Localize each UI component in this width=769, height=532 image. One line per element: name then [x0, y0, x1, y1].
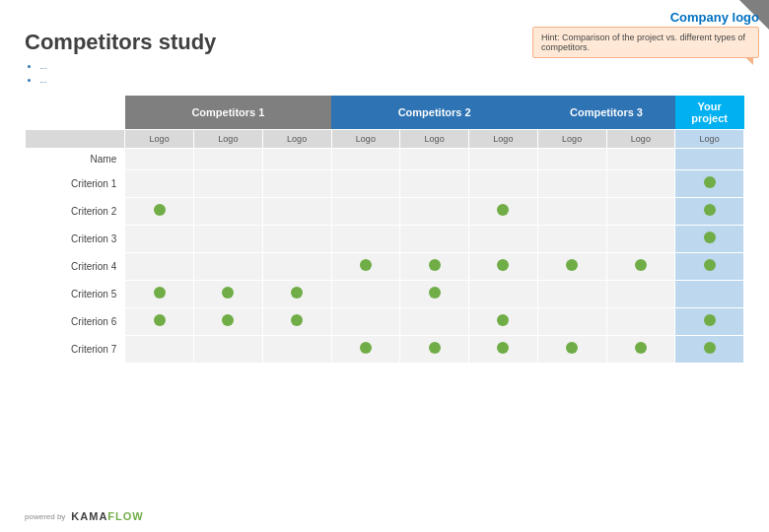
cell-r0-c3 — [331, 148, 400, 169]
dot-indicator — [635, 342, 647, 354]
table-row: Criterion 5 — [26, 280, 744, 307]
cell-r3-c5 — [469, 225, 538, 252]
cell-r1-c5 — [469, 169, 538, 197]
bullet-1: ... — [39, 59, 744, 73]
dot-indicator — [704, 314, 716, 326]
criterion-label-4: Criterion 4 — [26, 252, 125, 280]
cell-r2-c6 — [537, 197, 606, 225]
group-header-row: Competitors 1 Competitors 2 Competitors … — [26, 96, 744, 130]
cell-r2-c2 — [262, 197, 331, 225]
group-your-project: Your project — [675, 96, 744, 130]
criterion-label-1: Criterion 1 — [26, 169, 125, 197]
logo-label-empty — [26, 129, 125, 148]
cell-r2-c0 — [125, 197, 194, 225]
cell-r1-c2 — [262, 169, 331, 197]
cell-r0-c4 — [400, 148, 469, 169]
dot-indicator — [497, 342, 509, 354]
logo-c3-1: Logo — [537, 129, 606, 148]
cell-r7-c4 — [400, 335, 469, 363]
cell-r2-c3 — [331, 197, 400, 225]
logo-your: Logo — [675, 129, 744, 148]
cell-r4-c1 — [194, 252, 263, 280]
cell-r0-c7 — [606, 148, 675, 169]
cell-r6-c5 — [469, 307, 538, 335]
empty-header — [26, 96, 125, 130]
cell-r0-c6 — [537, 148, 606, 169]
bullet-list: ... ... — [39, 59, 744, 88]
cell-r2-c8 — [675, 197, 744, 225]
cell-r6-c4 — [400, 307, 469, 335]
dot-indicator — [497, 259, 509, 271]
cell-r6-c3 — [331, 307, 400, 335]
cell-r2-c7 — [606, 197, 675, 225]
logo-c2-3: Logo — [469, 129, 538, 148]
cell-r1-c7 — [606, 169, 675, 197]
logo-c1-1: Logo — [125, 129, 194, 148]
cell-r7-c0 — [125, 335, 194, 363]
cell-r3-c2 — [262, 225, 331, 252]
dot-indicator — [154, 204, 166, 216]
group-competitors2: Competitors 2 — [331, 96, 537, 130]
cell-r4-c5 — [469, 252, 538, 280]
table-row: Criterion 1 — [26, 169, 744, 197]
dot-indicator — [429, 342, 441, 354]
cell-r3-c7 — [606, 225, 675, 252]
cell-r0-c5 — [469, 148, 538, 169]
cell-r5-c8 — [675, 280, 744, 307]
cell-r6-c8 — [675, 307, 744, 335]
cell-r3-c0 — [125, 225, 194, 252]
criterion-label-5: Criterion 5 — [26, 280, 125, 307]
dot-indicator — [429, 287, 441, 299]
table-row: Criterion 2 — [26, 197, 744, 225]
logo-c2-2: Logo — [400, 129, 469, 148]
dot-indicator — [566, 259, 578, 271]
table-row: Name — [26, 148, 744, 169]
cell-r4-c4 — [400, 252, 469, 280]
cell-r4-c3 — [331, 252, 400, 280]
cell-r5-c2 — [262, 280, 331, 307]
cell-r1-c4 — [400, 169, 469, 197]
dot-indicator — [497, 204, 509, 216]
cell-r3-c1 — [194, 225, 263, 252]
cell-r5-c3 — [331, 280, 400, 307]
dot-indicator — [154, 314, 166, 326]
cell-r7-c6 — [537, 335, 606, 363]
cell-r5-c7 — [606, 280, 675, 307]
cell-r5-c5 — [469, 280, 538, 307]
cell-r0-c0 — [125, 148, 194, 169]
cell-r1-c0 — [125, 169, 194, 197]
cell-r2-c4 — [400, 197, 469, 225]
cell-r1-c1 — [194, 169, 263, 197]
dot-indicator — [291, 314, 303, 326]
kamaflow-logo: KAMAFLOW — [71, 510, 143, 522]
table-row: Criterion 3 — [26, 225, 744, 252]
cell-r4-c6 — [537, 252, 606, 280]
criterion-label-3: Criterion 3 — [26, 225, 125, 252]
criterion-label-0: Name — [26, 148, 125, 169]
cell-r6-c6 — [537, 307, 606, 335]
cell-r2-c1 — [194, 197, 263, 225]
cell-r1-c6 — [537, 169, 606, 197]
cell-r7-c5 — [469, 335, 538, 363]
dot-indicator — [291, 287, 303, 299]
criterion-label-6: Criterion 6 — [26, 307, 125, 335]
comparison-table: Competitors 1 Competitors 2 Competitors … — [25, 96, 744, 364]
cell-r5-c4 — [400, 280, 469, 307]
cell-r4-c2 — [262, 252, 331, 280]
dot-indicator — [704, 204, 716, 216]
cell-r6-c1 — [194, 307, 263, 335]
logo-c3-2: Logo — [606, 129, 675, 148]
page: Company logo Hint: Comparison of the pro… — [0, 0, 769, 532]
cell-r0-c8 — [675, 148, 744, 169]
cell-r1-c8 — [675, 169, 744, 197]
dot-indicator — [704, 176, 716, 188]
cell-r3-c4 — [400, 225, 469, 252]
table-row: Criterion 4 — [26, 252, 744, 280]
cell-r7-c3 — [331, 335, 400, 363]
criterion-label-7: Criterion 7 — [26, 335, 125, 363]
group-competitors1: Competitors 1 — [125, 96, 331, 130]
dot-indicator — [497, 314, 509, 326]
cell-r7-c8 — [675, 335, 744, 363]
logo-c1-2: Logo — [194, 129, 263, 148]
cell-r4-c7 — [606, 252, 675, 280]
